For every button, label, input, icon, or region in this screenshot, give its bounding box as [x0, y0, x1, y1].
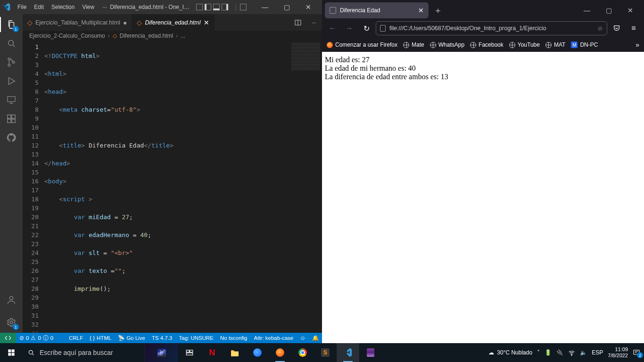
panel-toggle-icon[interactable] — [222, 4, 228, 10]
vscode-app-icon[interactable] — [337, 343, 359, 362]
code-content[interactable]: <!DOCTYPE html> <html> <head> <meta char… — [44, 41, 289, 333]
accounts-icon[interactable] — [5, 293, 18, 306]
minimap[interactable] — [289, 41, 322, 333]
editor-tab-2[interactable]: ◇ Diferencia_edad.html ✕ — [132, 14, 214, 31]
app-menu-icon[interactable]: ≡ — [626, 21, 641, 36]
bookmark-item[interactable]: YouTube — [509, 41, 540, 48]
status-ts[interactable]: TS 4.7.3 — [149, 333, 175, 343]
maximize-button[interactable]: ▢ — [598, 2, 619, 18]
url-bar[interactable]: file:///C:/Users/50687/Desktop/One_Intro… — [376, 21, 607, 35]
tab-close-icon[interactable]: ✕ — [418, 7, 424, 14]
tray-chevron-up-icon[interactable]: ˄ — [537, 349, 540, 356]
reload-button[interactable]: ↻ — [359, 21, 374, 36]
editor-tab-1[interactable]: ◇ Ejercicio_Tablas_Multiplicar.html ● — [23, 14, 132, 31]
run-debug-icon[interactable] — [5, 74, 18, 88]
forward-button[interactable]: → — [342, 21, 357, 36]
wifi-icon[interactable] — [568, 349, 575, 356]
minimize-button[interactable]: — — [576, 2, 598, 18]
vscode-titlebar[interactable]: File Edit Selection View ··· Diferencia_… — [0, 0, 322, 14]
tab-dirty-icon[interactable]: ● — [123, 19, 127, 26]
menu-edit[interactable]: Edit — [31, 2, 47, 12]
code-editor[interactable]: 1234567891011121314151617181920212223242… — [23, 41, 322, 333]
status-eol[interactable]: CRLF — [66, 333, 86, 343]
new-tab-button[interactable]: ＋ — [431, 4, 445, 17]
globe-icon — [403, 42, 409, 48]
status-language[interactable]: { }HTML — [86, 333, 115, 343]
source-control-icon[interactable] — [5, 56, 18, 69]
bookmark-item[interactable]: WhatsApp — [430, 41, 464, 48]
tab-close-icon[interactable]: ✕ — [204, 19, 209, 26]
notifications-icon[interactable]: 2 — [633, 349, 640, 356]
back-button[interactable]: ← — [325, 21, 340, 36]
github-icon[interactable] — [5, 131, 18, 144]
remote-explorer-icon[interactable] — [5, 93, 18, 107]
search-placeholder: Escribe aquí para buscar — [40, 349, 113, 356]
tab-title: Diferencia Edad — [340, 7, 380, 14]
browser-tab-active[interactable]: Diferencia Edad ✕ — [325, 2, 429, 18]
clock[interactable]: 11:097/8/2022 — [608, 346, 628, 359]
bookmark-item[interactable]: Comenzar a usar Firefox — [327, 41, 397, 48]
extensions-icon[interactable] — [5, 112, 18, 125]
tab-label: Diferencia_edad.html — [145, 19, 200, 26]
winrar-app-icon[interactable] — [359, 343, 382, 362]
status-bell-icon[interactable]: 🔔 — [309, 333, 322, 343]
close-button[interactable]: ✕ — [297, 0, 319, 14]
status-tag[interactable]: Tag: UNSURE — [175, 333, 217, 343]
letter-m-icon: M — [571, 41, 578, 48]
svg-point-16 — [29, 350, 33, 354]
pocket-icon[interactable] — [609, 21, 624, 36]
taskbar-search[interactable]: Escribe aquí para buscar — [23, 343, 145, 362]
bookmark-item[interactable]: MDN-PC — [571, 41, 598, 48]
news-widget-icon[interactable]: 🌌 — [145, 343, 178, 362]
power-icon[interactable]: 🔌 — [556, 349, 563, 356]
panel-toggle-icon[interactable] — [213, 4, 220, 10]
task-view-icon[interactable] — [178, 343, 201, 362]
editor-layout-controls[interactable] — [196, 4, 228, 10]
maximize-button[interactable]: ▢ — [276, 0, 297, 14]
menu-view[interactable]: View — [79, 2, 98, 12]
netflix-app-icon[interactable]: N — [201, 343, 223, 362]
battery-icon[interactable]: 🔋 — [545, 349, 552, 356]
status-attr[interactable]: Attr: kebab-case — [251, 333, 297, 343]
panel-toggle-icon[interactable] — [205, 4, 211, 10]
volume-icon[interactable]: 🔈 — [580, 349, 587, 356]
more-actions-icon[interactable]: ··· — [306, 14, 322, 31]
search-icon[interactable] — [5, 37, 18, 50]
menu-selection[interactable]: Selection — [48, 2, 78, 12]
svg-rect-12 — [8, 349, 11, 352]
svg-rect-7 — [12, 119, 15, 123]
split-editor-icon[interactable] — [290, 14, 306, 31]
sublime-app-icon[interactable]: S — [314, 343, 337, 362]
file-explorer-icon[interactable] — [223, 343, 246, 362]
breadcrumb[interactable]: Ejercicio_2-Calculo_Consumo› ◇Diferencia… — [23, 31, 322, 41]
globe-icon — [545, 42, 552, 48]
status-tsconfig[interactable]: No tsconfig — [217, 333, 251, 343]
customize-layout-icon[interactable] — [240, 4, 247, 10]
svg-rect-15 — [12, 353, 15, 356]
firefox-dev-icon[interactable] — [246, 343, 269, 362]
menu-overflow-icon[interactable]: ··· — [99, 2, 110, 12]
bookmarks-overflow-icon[interactable]: » — [636, 41, 639, 49]
bookmark-item[interactable]: MAT — [545, 41, 565, 48]
language-indicator[interactable]: ESP — [592, 349, 603, 356]
menu-file[interactable]: File — [14, 2, 30, 12]
vscode-logo-icon — [3, 3, 10, 11]
panel-toggle-icon[interactable] — [196, 4, 203, 10]
firefox-app-icon[interactable] — [269, 343, 291, 362]
explorer-icon[interactable]: 1 — [5, 18, 18, 31]
start-button[interactable] — [0, 343, 23, 362]
minimize-button[interactable]: — — [254, 0, 276, 14]
svg-point-0 — [8, 41, 14, 46]
remote-indicator-icon[interactable] — [0, 333, 16, 343]
weather-widget[interactable]: ☁30°C Nublado — [488, 349, 532, 356]
bookmark-star-icon[interactable]: ☆ — [597, 25, 603, 32]
taskbar-tray: ☁30°C Nublado ˄ 🔋 🔌 🔈 ESP 11:097/8/2022 … — [485, 346, 644, 359]
chrome-app-icon[interactable] — [291, 343, 314, 362]
close-button[interactable]: ✕ — [619, 2, 641, 18]
settings-gear-icon[interactable]: 1 — [5, 316, 18, 329]
status-feedback-icon[interactable]: ☺ — [297, 333, 309, 343]
bookmark-item[interactable]: Mate — [403, 41, 424, 48]
bookmark-item[interactable]: Facebook — [470, 41, 504, 48]
firefox-window: Diferencia Edad ✕ ＋ — ▢ ✕ ← → ↻ file:///… — [322, 0, 644, 343]
status-golive[interactable]: 📡Go Live — [115, 333, 149, 343]
